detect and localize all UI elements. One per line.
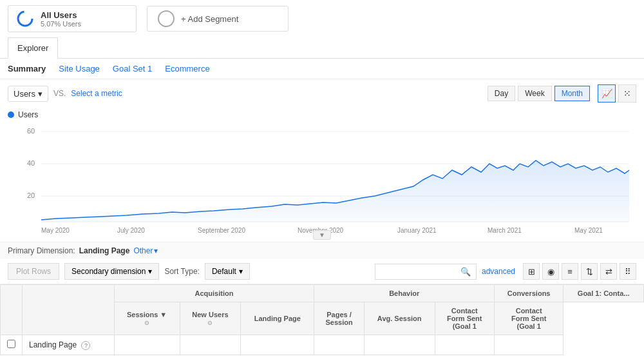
search-input[interactable] <box>381 267 458 276</box>
landing-page-cell: Landing Page ? <box>23 335 115 355</box>
chart-area: Users 60 40 20 May 2020 July 2020 Septem… <box>0 108 644 242</box>
scatter-chart-button[interactable]: ⁙ <box>618 84 636 102</box>
segment-sub: 5.07% Users <box>41 20 81 28</box>
svg-text:May 2020: May 2020 <box>41 227 70 234</box>
chart-type-buttons: 📈 ⁙ <box>598 84 636 102</box>
avg-session-header: Avg. Session <box>364 302 435 335</box>
explorer-tabs: Explorer <box>0 37 644 59</box>
svg-text:40: 40 <box>27 159 35 167</box>
metric-dropdown-arrow: ▾ <box>38 89 43 99</box>
primary-dimension-bar: Primary Dimension: Landing Page Other ▾ <box>0 242 644 259</box>
contact-form-2-header: ContactForm Sent(Goal 1 <box>494 302 563 335</box>
bounce-header: Landing Page <box>241 302 314 335</box>
secondary-dim-label: Secondary dimension <box>71 267 146 276</box>
tab-ecommerce[interactable]: Ecommerce <box>165 64 209 73</box>
svg-text:20: 20 <box>27 191 35 199</box>
landing-page-label: Landing Page <box>29 340 77 349</box>
tab-site-usage[interactable]: Site Usage <box>59 64 100 73</box>
search-box: 🔍 <box>375 264 477 280</box>
primary-dimension-value: Landing Page <box>79 246 130 255</box>
svg-point-0 <box>18 12 32 26</box>
metric-dropdown[interactable]: Users ▾ <box>8 86 48 102</box>
add-segment-circle-icon <box>158 10 175 27</box>
custom-view-icon[interactable]: ⠿ <box>620 263 636 280</box>
compare-view-icon[interactable]: ⇅ <box>581 263 598 280</box>
sessions-cell <box>114 335 180 355</box>
row-checkbox[interactable] <box>1 335 23 355</box>
other-label: Other <box>133 246 153 255</box>
pivot-view-icon[interactable]: ⇄ <box>600 263 617 280</box>
data-table-wrapper: Acquisition Behavior Conversions Goal 1:… <box>0 284 644 355</box>
sub-tabs-bar: Summary Site Usage Goal Set 1 Ecommerce <box>0 59 644 79</box>
tab-summary[interactable]: Summary <box>8 64 46 73</box>
pages-session-cell <box>314 335 364 355</box>
contact-form-2-cell <box>494 335 563 355</box>
sessions-header: Sessions ▼⊙ <box>114 302 180 335</box>
sort-type-arrow: ▾ <box>239 267 243 276</box>
avg-session-cell <box>364 335 435 355</box>
table-view-icon[interactable]: ⊞ <box>523 263 540 280</box>
landing-page-header <box>23 285 115 335</box>
legend-dot <box>8 112 14 118</box>
table-row: Landing Page ? <box>1 335 644 355</box>
other-arrow: ▾ <box>154 246 158 255</box>
line-chart-button[interactable]: 📈 <box>598 84 616 102</box>
other-dimension-button[interactable]: Other ▾ <box>133 246 158 255</box>
toolbar: Plot Rows Secondary dimension ▾ Sort Typ… <box>0 259 644 284</box>
line-chart: 60 40 20 May 2020 July 2020 September 20… <box>8 122 632 235</box>
help-icon[interactable]: ? <box>81 341 90 350</box>
secondary-dim-arrow: ▾ <box>148 267 152 276</box>
day-button[interactable]: Day <box>488 86 515 101</box>
contact-form-1-cell <box>435 335 494 355</box>
select-metric-link[interactable]: Select a metric <box>71 89 122 98</box>
vs-label: VS. <box>53 89 66 98</box>
week-button[interactable]: Week <box>518 86 551 101</box>
checkbox-col-header <box>1 285 23 335</box>
goal1-header: Goal 1: Conta... <box>564 285 644 302</box>
time-buttons: Day Week Month <box>488 86 590 101</box>
behavior-header: Behavior <box>314 285 495 302</box>
segment-name: All Users <box>41 10 81 20</box>
pages-session-header: Pages /Session <box>314 302 364 335</box>
metric-label: Users <box>14 89 35 99</box>
users-legend: Users <box>8 110 636 119</box>
scroll-indicator[interactable]: ▼ <box>8 229 636 239</box>
legend-label: Users <box>18 110 38 119</box>
list-view-icon[interactable]: ≡ <box>562 263 578 280</box>
new-users-cell <box>180 335 241 355</box>
add-segment-button[interactable]: + Add Segment <box>147 6 289 32</box>
metric-selector: Users ▾ VS. Select a metric <box>8 86 122 102</box>
pie-view-icon[interactable]: ◉ <box>542 263 559 280</box>
search-icon[interactable]: 🔍 <box>460 267 471 277</box>
view-icons: ⊞ ◉ ≡ ⇅ ⇄ ⠿ <box>523 263 636 280</box>
svg-text:January 2021: January 2021 <box>397 227 437 234</box>
checkbox-input[interactable] <box>7 340 15 348</box>
month-button[interactable]: Month <box>554 86 590 101</box>
svg-text:May 2021: May 2021 <box>574 227 603 234</box>
sort-type-label: Sort Type: <box>164 267 199 276</box>
primary-dimension-label: Primary Dimension: <box>8 246 75 255</box>
add-segment-label: + Add Segment <box>181 14 238 24</box>
svg-text:March 2021: March 2021 <box>488 227 522 234</box>
contact-form-1-header: ContactForm Sent(Goal 1 <box>435 302 494 335</box>
tab-explorer[interactable]: Explorer <box>8 37 58 59</box>
new-users-header: New Users⊙ <box>180 302 241 335</box>
segment-bar: All Users 5.07% Users + Add Segment <box>0 0 644 37</box>
secondary-dimension-button[interactable]: Secondary dimension ▾ <box>64 263 159 280</box>
svg-text:July 2020: July 2020 <box>117 227 145 234</box>
sort-type-value: Default <box>212 267 236 276</box>
advanced-link[interactable]: advanced <box>482 267 515 276</box>
sort-type-button[interactable]: Default ▾ <box>205 263 250 280</box>
bounce-cell <box>241 335 314 355</box>
all-users-segment[interactable]: All Users 5.07% Users <box>8 5 137 32</box>
plot-rows-button[interactable]: Plot Rows <box>8 263 59 280</box>
segment-circle-icon <box>16 10 34 28</box>
tab-goal-set[interactable]: Goal Set 1 <box>113 64 152 73</box>
data-table: Acquisition Behavior Conversions Goal 1:… <box>0 284 644 355</box>
acquisition-header: Acquisition <box>114 285 314 302</box>
svg-text:60: 60 <box>27 127 35 135</box>
chart-controls: Users ▾ VS. Select a metric Day Week Mon… <box>0 79 644 108</box>
svg-text:September 2020: September 2020 <box>198 227 245 234</box>
conversions-header: Conversions <box>494 285 563 302</box>
